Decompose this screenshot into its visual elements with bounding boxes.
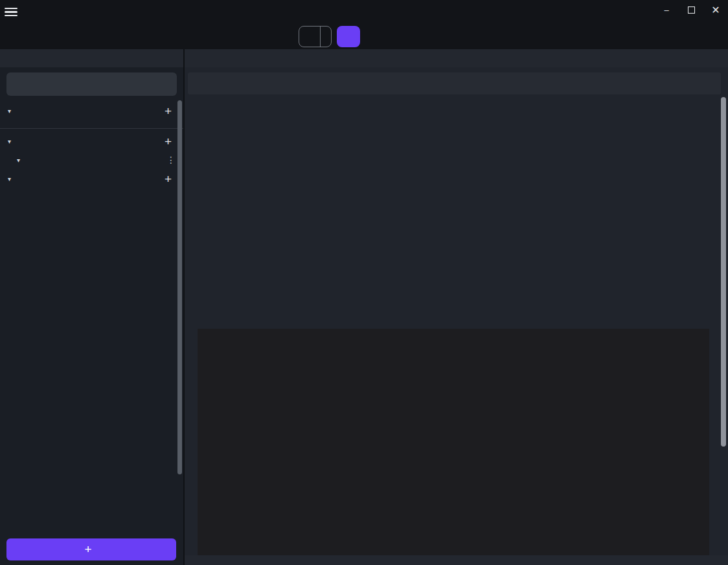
plus-icon: +: [84, 542, 91, 557]
toolbar-center: [299, 26, 360, 47]
configuration-tabs: [188, 72, 721, 94]
caret-down-icon: ▾: [17, 157, 26, 164]
title-bar: – ✕: [0, 0, 728, 24]
toolbar: [0, 24, 728, 49]
sidebar-scrollbar[interactable]: [177, 100, 182, 474]
functions-section-header[interactable]: ▾ +: [0, 169, 183, 188]
search-functions-input[interactable]: [18, 79, 170, 89]
hamburger-icon: [5, 6, 17, 19]
window-controls: – ✕: [654, 0, 728, 19]
sidebar-divider: [0, 128, 183, 129]
add-object-button[interactable]: +: [161, 105, 176, 117]
gdevelop-window: – ✕: [0, 0, 728, 565]
caret-down-icon: ▾: [8, 175, 17, 183]
caret-down-icon: ▾: [8, 107, 17, 115]
close-window-button[interactable]: ✕: [703, 0, 728, 19]
objects-empty-hint: [0, 120, 183, 127]
add-behavior-button[interactable]: +: [161, 135, 176, 148]
share-button[interactable]: [337, 26, 360, 47]
bottom-partial-row: [185, 555, 728, 565]
sidebar-header: [0, 49, 183, 67]
search-box: [6, 72, 177, 96]
maximize-button[interactable]: [679, 0, 703, 19]
main-header: [185, 49, 728, 67]
minimize-button[interactable]: –: [654, 0, 679, 19]
maximize-icon: [688, 6, 695, 14]
minimize-icon: –: [664, 5, 668, 15]
preview-divider: [320, 27, 321, 47]
add-free-function-button[interactable]: +: [161, 173, 176, 185]
main-menu-button[interactable]: [0, 0, 22, 24]
objects-section-header[interactable]: ▾ +: [0, 101, 183, 120]
close-icon: ✕: [711, 4, 720, 16]
preview-button-group: [299, 26, 332, 47]
caret-down-icon: ▾: [8, 138, 17, 145]
behavior-objectstack-row[interactable]: ▾ ⋮: [0, 151, 183, 169]
behaviors-section-header[interactable]: ▾ +: [0, 131, 183, 151]
functions-sidebar: ▾ + ▾ + ▾ ⋮ ▾ + +: [0, 49, 183, 565]
main-scrollbar[interactable]: [721, 97, 726, 447]
code-editor[interactable]: [198, 329, 709, 555]
add-new-function-button[interactable]: +: [6, 538, 176, 560]
function-configuration-panel: [185, 49, 728, 565]
